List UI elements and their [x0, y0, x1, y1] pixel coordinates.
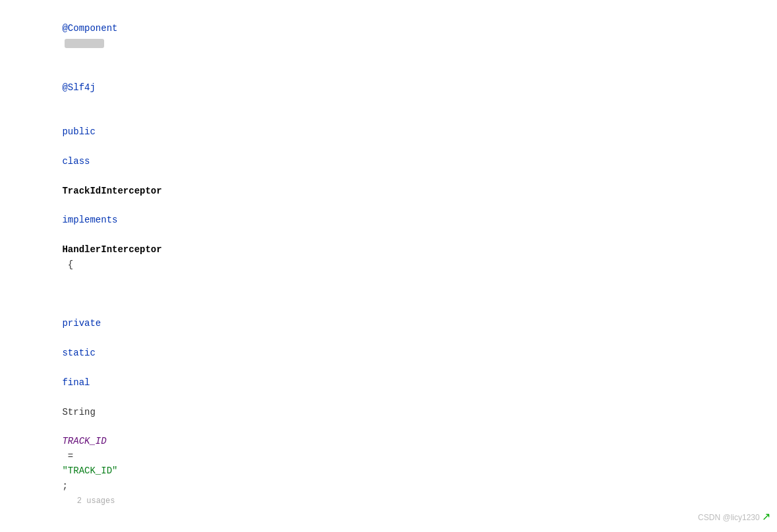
blurred-text	[65, 39, 104, 48]
usages-count: 2 usages	[67, 496, 115, 506]
kw-private: private	[62, 318, 101, 329]
class-trackid: TrackIdInterceptor	[62, 186, 161, 196]
annotation-component: @Component	[62, 23, 117, 34]
code-container: @Component @Slf4j public class TrackIdIn…	[0, 0, 777, 532]
kw-class: class	[62, 156, 90, 167]
line-class-decl: public class TrackIdInterceptor implemen…	[0, 110, 777, 287]
kw-public: public	[62, 126, 95, 137]
code-text: public class TrackIdInterceptor implemen…	[29, 110, 764, 287]
kw-implements: implements	[62, 215, 117, 225]
empty-line	[0, 523, 777, 529]
str-track-id: "TRACK_ID"	[62, 466, 117, 476]
var-track-id: TRACK_ID	[62, 436, 106, 446]
code-text: private static final String TRACK_ID = "…	[29, 286, 764, 522]
watermark-text: CSDN @licy1230	[698, 513, 760, 522]
code-text: @Slf4j	[29, 66, 764, 110]
annotation-slf4j: @Slf4j	[62, 82, 95, 93]
line-annotation-slf4j: @Slf4j	[0, 66, 777, 110]
code-text: @Component	[29, 7, 764, 66]
green-arrow-icon: ↗	[762, 511, 770, 522]
line-annotation-component: @Component	[0, 7, 777, 66]
class-handler: HandlerInterceptor	[62, 244, 161, 255]
kw-static: static	[62, 348, 95, 358]
kw-final: final	[62, 377, 90, 388]
watermark: CSDN @licy1230 ↗	[698, 508, 770, 525]
line-field: private static final String TRACK_ID = "…	[0, 286, 777, 522]
fold-indicator-1[interactable]: ☆∨	[0, 529, 777, 532]
type-string: String	[62, 407, 95, 417]
